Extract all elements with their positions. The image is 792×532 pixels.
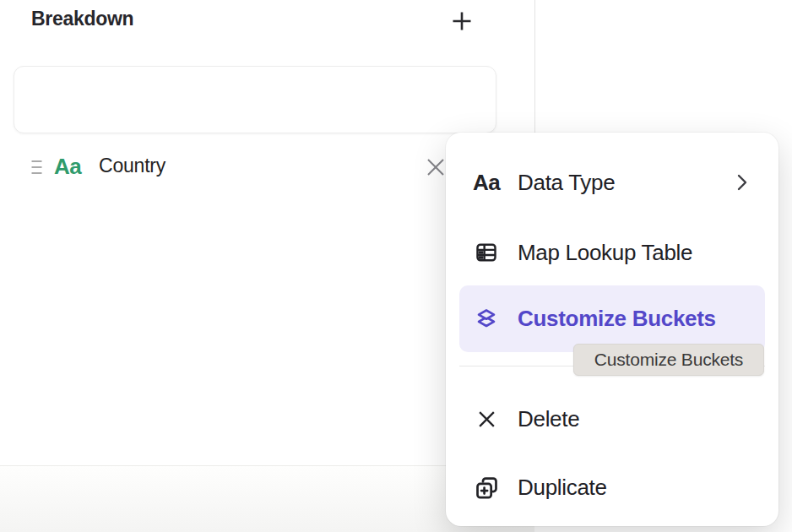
copy-plus-icon xyxy=(473,475,500,501)
x-icon xyxy=(473,409,500,430)
app-root: Breakdown Aa Country xyxy=(0,0,792,532)
menu-item-label: Duplicate xyxy=(518,475,607,501)
field-data-type-icon: Aa xyxy=(54,154,81,180)
page-title: Breakdown xyxy=(31,8,133,30)
field-context-menu: Aa Data Type Map Lookup Table xyxy=(446,133,778,526)
menu-item-label: Data Type xyxy=(518,170,615,196)
field-name: Country xyxy=(99,155,165,177)
menu-item-delete[interactable]: Delete xyxy=(446,385,778,453)
plus-icon xyxy=(449,8,475,34)
remove-field-button[interactable] xyxy=(423,155,448,180)
drag-handle-icon[interactable] xyxy=(31,160,42,175)
menu-item-label: Customize Buckets xyxy=(518,306,716,332)
chevron-right-icon xyxy=(736,173,748,192)
close-icon xyxy=(426,157,446,177)
breakdown-field-card[interactable]: Aa Country xyxy=(14,66,496,133)
menu-item-label: Delete xyxy=(518,406,579,432)
add-breakdown-button[interactable] xyxy=(446,5,478,37)
menu-item-data-type[interactable]: Aa Data Type xyxy=(446,149,778,216)
menu-item-customize-buckets[interactable]: Customize Buckets xyxy=(446,285,778,352)
table-icon xyxy=(473,241,500,264)
menu-item-duplicate[interactable]: Duplicate xyxy=(446,453,778,521)
stack-icon xyxy=(473,307,500,332)
menu-item-map-lookup-table[interactable]: Map Lookup Table xyxy=(446,219,778,286)
customize-buckets-tooltip: Customize Buckets xyxy=(573,344,764,376)
panel-divider xyxy=(534,0,535,133)
menu-item-label: Map Lookup Table xyxy=(518,240,692,266)
text-data-type-icon: Aa xyxy=(473,171,500,193)
